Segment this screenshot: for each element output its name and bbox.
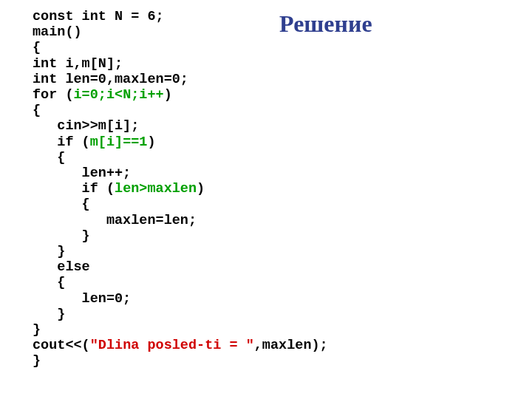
code-line-07: {	[33, 103, 41, 118]
code-line-06c: )	[164, 87, 172, 103]
code-line-04: int i,m[N];	[33, 56, 123, 72]
code-line-03: {	[33, 40, 41, 55]
code-line-21: }	[33, 322, 41, 338]
code-line-09b: m[i]==1	[90, 134, 148, 150]
code-line-08: cin>>m[i];	[33, 118, 139, 134]
code-line-17: else	[33, 259, 90, 275]
code-line-01: const int N = 6;	[33, 9, 164, 24]
code-line-06b: i=0;i<N;i++	[74, 87, 164, 103]
code-line-16: }	[33, 244, 65, 259]
code-line-12b: len>maxlen	[115, 181, 197, 197]
code-block: const int N = 6; main() { int i,m[N]; in…	[33, 9, 328, 369]
code-line-10: {	[33, 150, 65, 166]
code-line-19: len=0;	[33, 291, 131, 307]
code-line-14: maxlen=len;	[33, 213, 197, 228]
code-line-13: {	[33, 197, 90, 212]
code-line-06a: for (	[33, 87, 74, 103]
code-line-12c: )	[197, 181, 205, 197]
code-line-22c: ,maxlen);	[254, 338, 328, 353]
code-line-05: int len=0,maxlen=0;	[33, 72, 188, 87]
code-line-23: }	[33, 353, 41, 369]
code-line-20: }	[33, 307, 65, 322]
code-line-02: main()	[33, 24, 82, 40]
code-line-22a: cout<<(	[33, 338, 90, 353]
code-line-22b: "Dlina posled-ti = "	[90, 338, 254, 353]
code-line-15: }	[33, 228, 90, 244]
code-line-12a: if (	[33, 181, 115, 197]
slide: Решение const int N = 6; main() { int i,…	[0, 0, 532, 399]
code-line-09a: if (	[33, 134, 90, 150]
code-line-18: {	[33, 275, 65, 290]
code-line-09c: )	[147, 134, 155, 150]
code-line-11: len++;	[33, 166, 131, 181]
